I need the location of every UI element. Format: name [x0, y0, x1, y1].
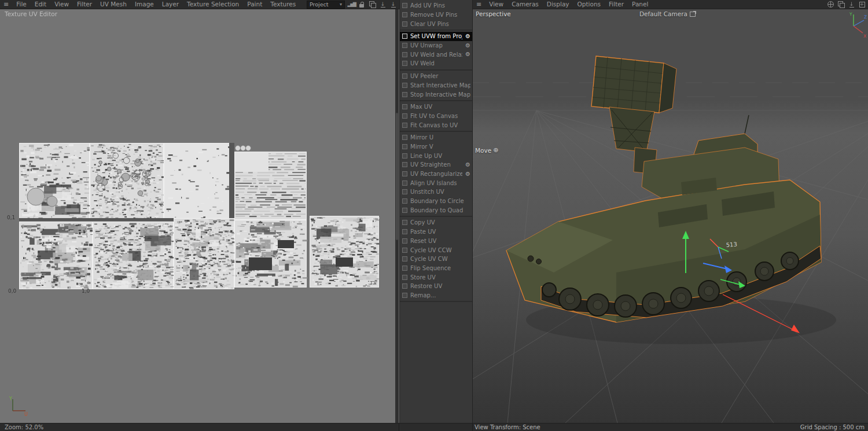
cmd-start-interactive-mapping[interactable]: Start Interactive Mapping [400, 81, 472, 90]
vp-menu-cameras[interactable]: Cameras [507, 0, 543, 9]
menu-paint[interactable]: Paint [243, 0, 266, 9]
cmd-item-icon [402, 171, 407, 176]
project-dropdown[interactable]: Project ▾ [307, 1, 345, 9]
cmd-uv-peeler[interactable]: UV Peeler [400, 72, 472, 81]
cmd-fit-uv-to-canvas[interactable]: Fit UV to Canvas [400, 112, 472, 121]
model-tor-vehicle[interactable]: 513 [506, 56, 821, 322]
menu-textures[interactable]: Textures [266, 0, 300, 9]
menu-image[interactable]: Image [131, 0, 158, 9]
cmd-restore-uv[interactable]: Restore UV [400, 282, 472, 291]
cmd-item-icon [402, 123, 407, 128]
grid-spacing-status: Grid Spacing : 500 cm [800, 424, 865, 430]
gear-icon[interactable]: ⚙ [465, 162, 470, 168]
cmd-item-label: Fit UV to Canvas [410, 113, 470, 119]
cmd-boundary-to-quad[interactable]: Boundary to Quad [400, 205, 472, 215]
globe-icon[interactable] [827, 1, 834, 8]
vp-menu-view[interactable]: View [485, 0, 507, 9]
viewport-menubar: ≡ ViewCamerasDisplayOptionsFilterPanel [473, 0, 868, 9]
cmd-store-uv[interactable]: Store UV [400, 272, 472, 282]
download-icon[interactable] [379, 1, 387, 8]
gear-icon[interactable]: ⚙ [465, 171, 470, 177]
cmd-add-uv-pins[interactable]: Add UV Pins [400, 1, 472, 10]
gear-icon[interactable]: ⚙ [465, 43, 470, 49]
cmd-uv-unwrap[interactable]: UV Unwrap⚙ [400, 41, 472, 50]
viewport-camera-label[interactable]: Default Camera [639, 10, 696, 17]
cmd-clear-uv-pins[interactable]: Clear UV Pins [400, 19, 472, 28]
viewport-scene[interactable]: 513 [473, 9, 868, 423]
uv-coord-0-0: 0,0 [8, 288, 16, 294]
uv-axis-v-label: Y [9, 396, 12, 401]
menu-edit[interactable]: Edit [31, 0, 50, 9]
menu-hamburger-icon[interactable]: ≡ [0, 0, 12, 9]
cmd-unstitch-uv[interactable]: Unstitch UV [400, 187, 472, 197]
vp-menu-display[interactable]: Display [543, 0, 573, 9]
vp-menu-panel[interactable]: Panel [628, 0, 652, 9]
menu-layer[interactable]: Layer [158, 0, 183, 9]
cmd-item-label: Remap... [410, 292, 470, 299]
cmd-item-label: Unstitch UV [410, 189, 470, 195]
download-icon[interactable] [389, 1, 397, 8]
menu-texture-selection[interactable]: Texture Selection [183, 0, 243, 9]
perspective-viewport[interactable]: 513 [473, 9, 868, 423]
cmd-line-up-uv[interactable]: Line Up UV [400, 151, 472, 160]
cmd-uv-weld[interactable]: UV Weld [400, 59, 472, 68]
project-dropdown-label: Project [310, 1, 329, 8]
cmd-uv-straighten[interactable]: UV Straighten⚙ [400, 160, 472, 170]
menu-filter[interactable]: Filter [73, 0, 96, 9]
cmd-item-label: Align UV Islands [410, 180, 470, 186]
viewport-projection-label[interactable]: Perspective [476, 10, 511, 17]
vp-menu-options[interactable]: Options [573, 0, 605, 9]
cmd-remove-uv-pins[interactable]: Remove UV Pins [400, 10, 472, 20]
cmd-cycle-uv-cw[interactable]: Cycle UV CW [400, 255, 472, 264]
cmd-set-uvw-from-projection[interactable]: Set UVW from Projection⚙ [400, 32, 472, 41]
cmd-copy-uv[interactable]: Copy UV [400, 218, 472, 227]
cmd-flip-sequence[interactable]: Flip Sequence [400, 264, 472, 273]
new-view-icon[interactable] [858, 1, 866, 8]
uv-scrollbar-thumb[interactable] [396, 113, 398, 240]
menu-hamburger-icon[interactable]: ≡ [473, 0, 485, 9]
cmd-item-icon [402, 34, 407, 39]
cmd-item-icon [402, 21, 407, 27]
cmd-max-uv[interactable]: Max UV [400, 102, 472, 112]
cmd-item-icon [402, 256, 407, 261]
axis-gizmo[interactable]: Y Z X [849, 12, 867, 39]
gear-icon[interactable]: ⚙ [465, 51, 470, 57]
cmd-stop-interactive-mapping[interactable]: Stop Interactive Mapping [400, 90, 472, 99]
cmd-fit-canvas-to-uv[interactable]: Fit Canvas to UV [400, 120, 472, 130]
cmd-uv-rectangularize[interactable]: UV Rectangularize⚙ [400, 170, 472, 179]
lock-icon[interactable] [358, 1, 366, 8]
cmd-item-label: Line Up UV [410, 153, 470, 159]
download-icon[interactable] [848, 1, 855, 8]
chart-icon[interactable] [348, 1, 355, 8]
vp-menu-filter[interactable]: Filter [605, 0, 628, 9]
cmd-item-icon [402, 180, 407, 186]
cmd-remap[interactable]: Remap... [400, 291, 472, 300]
uv-scrollbar[interactable] [395, 9, 399, 423]
cmd-reset-uv[interactable]: Reset UV [400, 237, 472, 246]
menu-uv-mesh[interactable]: UV Mesh [96, 0, 131, 9]
chevron-down-icon: ▾ [340, 2, 342, 7]
cmd-item-label: UV Peeler [410, 73, 470, 79]
cmd-item-icon [402, 266, 407, 271]
cmd-item-label: Cycle UV CW [410, 256, 470, 262]
uv-editor-menus: FileEditViewFilterUV MeshImageLayerTextu… [12, 0, 300, 9]
layers-icon[interactable] [837, 1, 845, 8]
cmd-item-label: Remove UV Pins [410, 12, 470, 18]
uv-canvas[interactable] [0, 9, 399, 423]
cmd-boundary-to-circle[interactable]: Boundary to Circle [400, 197, 472, 206]
cmd-align-uv-islands[interactable]: Align UV Islands [400, 178, 472, 187]
cmd-item-label: Set UVW from Projection [410, 33, 462, 39]
cmd-mirror-v[interactable]: Mirror V [400, 142, 472, 152]
view-transform-status: View Transform: Scene [475, 424, 540, 430]
cmd-uv-weld-and-relax[interactable]: UV Weld and Relax⚙ [400, 50, 472, 59]
camera-link-icon[interactable] [690, 12, 696, 17]
cmd-item-label: Boundary to Circle [410, 198, 470, 204]
cmd-mirror-u[interactable]: Mirror U [400, 133, 472, 142]
gear-icon[interactable]: ⚙ [465, 34, 470, 39]
cmd-cycle-uv-ccw[interactable]: Cycle UV CCW [400, 245, 472, 255]
cmd-paste-uv[interactable]: Paste UV [400, 227, 472, 237]
menu-file[interactable]: File [12, 0, 31, 9]
cmd-item-label: Boundary to Quad [410, 207, 470, 213]
menu-view[interactable]: View [50, 0, 73, 9]
layers-icon[interactable] [369, 1, 376, 8]
